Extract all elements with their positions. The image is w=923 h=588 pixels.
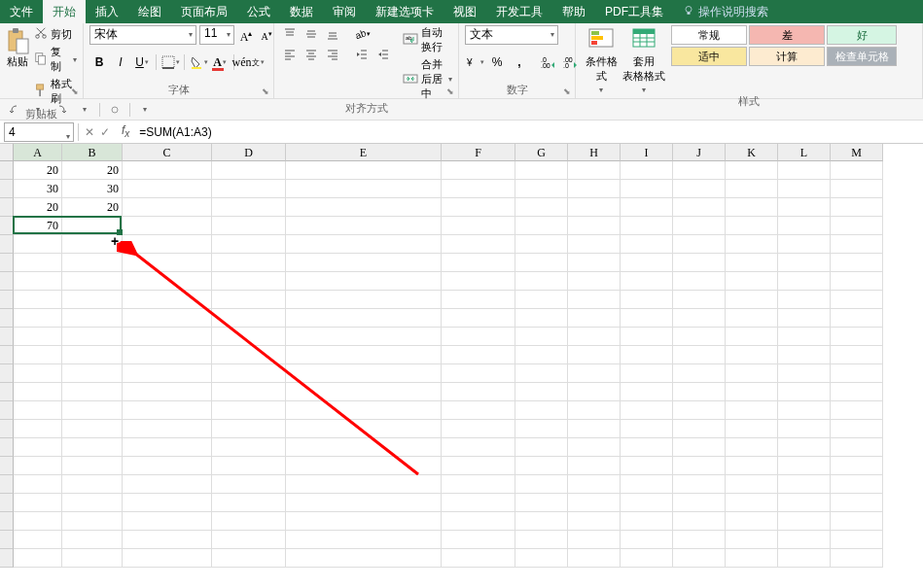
row-header[interactable]: [0, 180, 14, 198]
tab-formulas[interactable]: 公式: [237, 0, 280, 23]
cell-J18[interactable]: [673, 475, 726, 494]
cell-H19[interactable]: [568, 494, 621, 512]
cell-A15[interactable]: [14, 420, 62, 438]
cell-H17[interactable]: [568, 457, 621, 475]
cell-K18[interactable]: [726, 475, 778, 494]
cell-D18[interactable]: [212, 475, 286, 494]
style-normal[interactable]: 常规: [671, 25, 747, 45]
cell-E11[interactable]: [286, 346, 442, 364]
cell-F21[interactable]: [442, 531, 515, 549]
cell-G5[interactable]: [515, 235, 568, 254]
cell-H15[interactable]: [568, 420, 621, 438]
cell-H5[interactable]: [568, 235, 621, 254]
cell-J19[interactable]: [673, 494, 726, 512]
cell-H16[interactable]: [568, 438, 621, 457]
italic-button[interactable]: I: [111, 52, 130, 72]
cell-D14[interactable]: [212, 401, 286, 420]
cell-I19[interactable]: [621, 494, 673, 512]
cell-I2[interactable]: [621, 180, 673, 198]
cell-F17[interactable]: [442, 457, 515, 475]
col-header-A[interactable]: A: [14, 144, 62, 161]
cell-F18[interactable]: [442, 475, 515, 494]
tab-page-layout[interactable]: 页面布局: [171, 0, 237, 23]
cell-L9[interactable]: [778, 309, 831, 328]
tab-data[interactable]: 数据: [280, 0, 323, 23]
row-header[interactable]: [0, 549, 14, 568]
cell-G4[interactable]: [515, 217, 568, 235]
cell-M18[interactable]: [831, 475, 883, 494]
cell-K11[interactable]: [726, 346, 778, 364]
cell-K6[interactable]: [726, 254, 778, 272]
col-header-J[interactable]: J: [673, 144, 726, 161]
font-name-select[interactable]: 宋体▾: [89, 25, 196, 45]
row-header[interactable]: [0, 494, 14, 512]
name-box[interactable]: 4▾: [4, 122, 74, 142]
touch-mode-button[interactable]: [106, 101, 124, 119]
row-header[interactable]: [0, 254, 14, 272]
cells-area[interactable]: 20203030202070: [14, 161, 883, 568]
cell-B22[interactable]: [62, 549, 123, 568]
cell-B6[interactable]: [62, 254, 123, 272]
cell-E8[interactable]: [286, 291, 442, 309]
cell-I1[interactable]: [621, 161, 673, 180]
cell-K12[interactable]: [726, 364, 778, 383]
cell-E18[interactable]: [286, 475, 442, 494]
cell-E10[interactable]: [286, 328, 442, 346]
cell-E15[interactable]: [286, 420, 442, 438]
cell-K15[interactable]: [726, 420, 778, 438]
cell-D8[interactable]: [212, 291, 286, 309]
cell-L5[interactable]: [778, 235, 831, 254]
cell-F3[interactable]: [442, 198, 515, 217]
cell-E6[interactable]: [286, 254, 442, 272]
cell-B8[interactable]: [62, 291, 123, 309]
accounting-format-button[interactable]: ¥▾: [465, 52, 484, 72]
decrease-indent-button[interactable]: [352, 46, 372, 63]
cell-J6[interactable]: [673, 254, 726, 272]
cell-C19[interactable]: [123, 494, 212, 512]
cell-L19[interactable]: [778, 494, 831, 512]
cell-C17[interactable]: [123, 457, 212, 475]
cell-H7[interactable]: [568, 272, 621, 291]
cell-H13[interactable]: [568, 383, 621, 401]
cell-M8[interactable]: [831, 291, 883, 309]
percent-format-button[interactable]: %: [487, 52, 507, 72]
cell-B7[interactable]: [62, 272, 123, 291]
row-header[interactable]: [0, 235, 14, 254]
cell-E2[interactable]: [286, 180, 442, 198]
number-format-select[interactable]: 文本▾: [465, 25, 558, 45]
cell-G22[interactable]: [515, 549, 568, 568]
cell-J7[interactable]: [673, 272, 726, 291]
cell-J2[interactable]: [673, 180, 726, 198]
cell-F2[interactable]: [442, 180, 515, 198]
row-header[interactable]: [0, 457, 14, 475]
cell-M1[interactable]: [831, 161, 883, 180]
cell-L12[interactable]: [778, 364, 831, 383]
conditional-formatting-button[interactable]: 条件格式 ▾: [582, 25, 621, 94]
cell-K1[interactable]: [726, 161, 778, 180]
cell-L2[interactable]: [778, 180, 831, 198]
cell-E16[interactable]: [286, 438, 442, 457]
cell-L1[interactable]: [778, 161, 831, 180]
cell-I10[interactable]: [621, 328, 673, 346]
cell-C4[interactable]: [123, 217, 212, 235]
cell-G16[interactable]: [515, 438, 568, 457]
cell-C12[interactable]: [123, 364, 212, 383]
cell-G11[interactable]: [515, 346, 568, 364]
cell-G3[interactable]: [515, 198, 568, 217]
cell-G6[interactable]: [515, 254, 568, 272]
cell-G1[interactable]: [515, 161, 568, 180]
cell-F14[interactable]: [442, 401, 515, 420]
align-left-button[interactable]: [280, 46, 300, 63]
cell-L17[interactable]: [778, 457, 831, 475]
cell-G14[interactable]: [515, 401, 568, 420]
cell-I12[interactable]: [621, 364, 673, 383]
cell-D11[interactable]: [212, 346, 286, 364]
cell-styles-gallery[interactable]: 常规 差 好 适中 计算 检查单元格: [671, 25, 897, 66]
cell-M14[interactable]: [831, 401, 883, 420]
underline-button[interactable]: U▾: [132, 52, 152, 72]
cell-D2[interactable]: [212, 180, 286, 198]
col-header-G[interactable]: G: [515, 144, 568, 161]
cell-F1[interactable]: [442, 161, 515, 180]
cell-A12[interactable]: [14, 364, 62, 383]
cell-F9[interactable]: [442, 309, 515, 328]
